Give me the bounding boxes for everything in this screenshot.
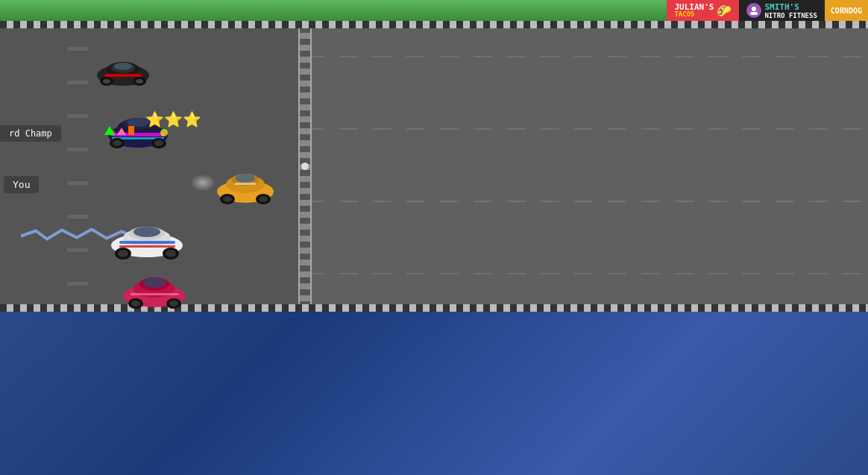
svg-point-43	[118, 250, 128, 257]
sponsor-corndog: CORNDOG	[825, 0, 868, 21]
sponsor-julians: JULIAN'S TACOS 🌮	[667, 0, 739, 21]
svg-point-25	[160, 129, 168, 136]
svg-point-39	[133, 227, 160, 237]
shapes-decoration	[104, 125, 134, 135]
svg-rect-1	[750, 12, 758, 15]
stars-decoration: ⭐⭐⭐	[145, 110, 201, 128]
smiths-name: SMITH'S	[764, 2, 817, 12]
road-right	[306, 21, 868, 312]
car-player	[213, 166, 276, 204]
svg-point-51	[131, 301, 140, 306]
fence-separator	[298, 21, 312, 312]
smiths-subtitle: NITRO FITNESS	[764, 12, 817, 19]
svg-rect-41	[119, 245, 175, 248]
smoke-effect	[192, 175, 214, 190]
julians-name: JULIAN'S	[674, 3, 714, 11]
corndog-name: CORNDOG	[831, 7, 862, 15]
car-lightning	[104, 218, 190, 259]
svg-point-22	[113, 140, 122, 146]
svg-point-24	[154, 140, 163, 146]
smiths-icon	[746, 3, 761, 18]
car-pink	[119, 271, 190, 308]
svg-point-53	[169, 301, 178, 306]
julians-subtitle: TACOS	[674, 11, 714, 19]
sponsor-banner: JULIAN'S TACOS 🌮 SMITH'S NITRO FITNESS C…	[667, 0, 868, 21]
svg-rect-54	[130, 293, 179, 295]
svg-rect-31	[235, 183, 256, 185]
player-label: You	[4, 176, 39, 193]
svg-point-33	[223, 196, 232, 202]
game-area: rd Champ You ⭐⭐⭐	[0, 21, 868, 312]
svg-point-45	[166, 250, 176, 257]
record-champ-label: rd Champ	[0, 125, 61, 142]
car-black	[93, 54, 153, 88]
svg-point-0	[752, 7, 756, 11]
svg-point-13	[136, 79, 143, 84]
top-banner: JULIAN'S TACOS 🌮 SMITH'S NITRO FITNESS C…	[0, 0, 868, 21]
svg-point-9	[114, 63, 132, 70]
taco-icon: 🌮	[717, 4, 732, 18]
bottom-panel: The quick brown fox jumps over the lazy …	[0, 312, 868, 475]
svg-point-35	[259, 196, 268, 202]
svg-rect-14	[104, 74, 142, 77]
sponsor-smiths: SMITH'S NITRO FITNESS	[739, 0, 824, 21]
svg-rect-40	[119, 241, 175, 244]
smiths-text: SMITH'S NITRO FITNESS	[764, 2, 817, 19]
top-checkered-strip	[0, 21, 868, 28]
svg-point-49	[143, 277, 166, 288]
svg-point-11	[103, 79, 110, 84]
svg-point-30	[236, 174, 255, 183]
